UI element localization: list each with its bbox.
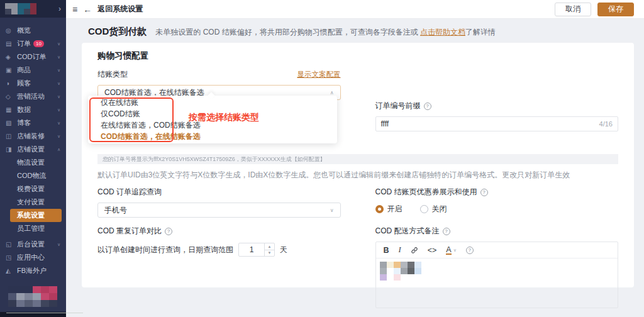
sidebar-item-customers[interactable]: ◑顾客∨	[0, 77, 66, 90]
page-description: 未单独设置的 COD 结账偏好，将共用部分购物习惯配置，可查询各字段备注或 点击…	[155, 27, 496, 38]
overview-icon: ◎	[6, 27, 14, 34]
stepper-arrows: ▲▼	[264, 243, 274, 256]
sidebar-item-data[interactable]: ▦数据∨	[0, 103, 66, 116]
sidebar-item-label: 概览	[17, 26, 31, 35]
code-icon[interactable]: <>	[428, 246, 437, 255]
chevron-down-icon: ∨	[57, 94, 60, 99]
help-icon[interactable]: ?	[165, 228, 172, 235]
sub-item-label: COD物流	[17, 171, 46, 181]
sidebar-item-label: COD订单	[17, 52, 46, 62]
radio-selected-icon	[375, 205, 384, 213]
link-icon[interactable]	[411, 247, 418, 254]
orders-count-badge: 10	[33, 40, 44, 47]
page-title: COD货到付款	[88, 26, 147, 38]
sidebar-item-blog[interactable]: ▧博客∨	[0, 116, 66, 130]
blog-icon: ▧	[6, 120, 14, 126]
annotation-text: 按需选择结账类型	[189, 112, 259, 123]
stepper-up-icon[interactable]: ▲	[265, 243, 274, 250]
editor-content[interactable]	[376, 259, 618, 308]
help-icon[interactable]: ?	[424, 103, 431, 110]
duplicate-label: COD 重复订单对比	[97, 226, 162, 236]
sidebar-item-label: FB海外户	[17, 266, 47, 275]
back-to-system-settings-link[interactable]: 返回系统设置	[97, 4, 143, 14]
radio-coupon-on[interactable]: 开启	[375, 204, 402, 214]
shipping-note-label: COD 配送方式备注	[375, 226, 440, 236]
sub-item-label: 系统设置	[17, 211, 45, 220]
dropdown-option-online-only[interactable]: 仅在线结账	[88, 97, 337, 108]
tracking-value: 手机号	[104, 205, 127, 216]
dropdown-option-cod-first[interactable]: COD结账首选，在线结账备选	[88, 131, 337, 142]
sidebar-item-products[interactable]: ▣商品∨	[0, 64, 66, 77]
sidebar-subitem-tax-settings[interactable]: 税费设置	[10, 182, 62, 196]
coupon-label: COD 结账页优惠券展示和使用	[375, 187, 477, 197]
display-text-config-link[interactable]: 显示文案配置	[297, 70, 341, 79]
sidebar-collapse-icon[interactable]: ›	[58, 4, 61, 13]
sidebar-subitem-cod-logistics[interactable]: COD物流	[10, 169, 62, 182]
sidebar-item-backend-settings[interactable]: ◱后台设置∨	[0, 238, 66, 251]
sidebar-subitem-system-settings[interactable]: 系统设置	[10, 209, 62, 222]
bold-icon[interactable]: B	[384, 246, 389, 255]
shopping-habit-card: 购物习惯配置 结账类型 显示文案配置 COD结账首选，在线结账备选 ∧ 订单编号…	[82, 43, 634, 287]
tracking-select[interactable]: 手机号 ∨	[97, 203, 341, 218]
sidebar-item-label: 顾客	[17, 79, 31, 88]
topbar-actions: 取消 保存	[555, 3, 634, 16]
sub-item-label: 支付设置	[17, 197, 45, 207]
sidebar-item-label: 商品	[17, 65, 31, 75]
sidebar-logo: ›	[0, 0, 66, 18]
fb-overseas-icon: ◭	[6, 267, 14, 274]
date-range-value: 1	[239, 243, 264, 256]
uid-example-text: 您的订单号将显示为fffX2Y0S1VH5XWSZ4T17509Z6，类似于XX…	[103, 155, 326, 164]
editor-help-icon[interactable]: ?	[466, 247, 474, 254]
sidebar-item-cod-orders[interactable]: ◈COD订单∨	[0, 50, 66, 64]
sidebar-item-overview[interactable]: ◎概览	[0, 24, 66, 37]
editor-toolbar: B I <> A∨ ?	[376, 242, 618, 259]
page-header: COD货到付款 未单独设置的 COD 结账偏好，将共用部分购物习惯配置，可查询各…	[66, 19, 644, 38]
customers-icon: ◑	[6, 80, 14, 87]
tracking-field: COD 订单追踪查询 手机号 ∨	[97, 187, 341, 218]
order-prefix-value: ffff	[381, 120, 389, 128]
taskbar-edge-line	[6, 313, 83, 313]
hamburger-menu-icon[interactable]: ≡	[72, 4, 77, 14]
text-color-icon[interactable]: A∨	[446, 246, 456, 255]
sidebar-item-label: 营销活动	[17, 92, 45, 101]
help-doc-link[interactable]: 点击帮助文档	[420, 28, 465, 36]
duplicate-unit: 天	[280, 245, 287, 255]
chevron-down-icon: ∨	[57, 55, 60, 60]
page-cod-settings: COD货到付款 未单独设置的 COD 结账偏好，将共用部分购物习惯配置，可查询各…	[66, 19, 644, 317]
checkout-type-label: 结账类型	[97, 69, 128, 80]
sub-item-label: 税费设置	[17, 184, 45, 194]
sidebar-item-label: 博客	[17, 118, 31, 128]
chevron-down-icon: ∨	[453, 248, 457, 253]
help-icon[interactable]: ?	[480, 189, 488, 196]
radio-coupon-off[interactable]: 关闭	[420, 204, 447, 214]
back-arrow-icon[interactable]: ←	[83, 4, 92, 14]
sub-item-label: 物流设置	[17, 158, 45, 167]
rich-text-editor: B I <> A∨ ?	[375, 242, 619, 308]
sidebar-item-orders[interactable]: ▤订单10∨	[0, 37, 66, 50]
date-range-stepper[interactable]: 1 ▲▼	[238, 243, 275, 257]
sidebar-item-store-settings[interactable]: ◨店铺设置∧	[0, 143, 66, 156]
sidebar-item-fb-overseas[interactable]: ◭FB海外户	[0, 264, 66, 277]
order-prefix-input[interactable]: ffff 4/16	[375, 116, 619, 131]
sidebar-item-app-center[interactable]: ◳应用中心	[0, 251, 66, 264]
products-icon: ▣	[6, 67, 14, 74]
save-button[interactable]: 保存	[597, 3, 634, 16]
backend-settings-icon: ◱	[6, 241, 14, 248]
cancel-button[interactable]: 取消	[555, 3, 591, 16]
sidebar-item-label: 店铺设置	[17, 145, 45, 154]
sidebar-subitem-staff-management[interactable]: 员工管理	[10, 222, 62, 235]
sidebar-subitem-logistics-settings[interactable]: 物流设置	[10, 156, 62, 169]
help-icon[interactable]: ?	[443, 228, 450, 235]
sidebar-item-label: 订单	[17, 39, 31, 48]
chevron-down-icon: ∨	[57, 42, 60, 47]
chevron-up-icon: ∧	[330, 90, 334, 96]
sidebar-item-store-design[interactable]: ◫店铺装修∨	[0, 130, 66, 143]
sidebar-item-marketing[interactable]: ◇营销活动∨	[0, 90, 66, 103]
store-settings-icon: ◨	[6, 146, 14, 153]
radio-on-label: 开启	[387, 204, 402, 214]
stepper-down-icon[interactable]: ▼	[265, 250, 274, 257]
italic-icon[interactable]: I	[399, 245, 401, 255]
sidebar-subitem-payment-settings[interactable]: 支付设置	[10, 196, 62, 209]
chevron-down-icon: ∨	[57, 108, 60, 113]
row-tracking-coupon: COD 订单追踪查询 手机号 ∨ COD 结账页优惠券展示和使用? 开启 关闭	[97, 187, 618, 218]
